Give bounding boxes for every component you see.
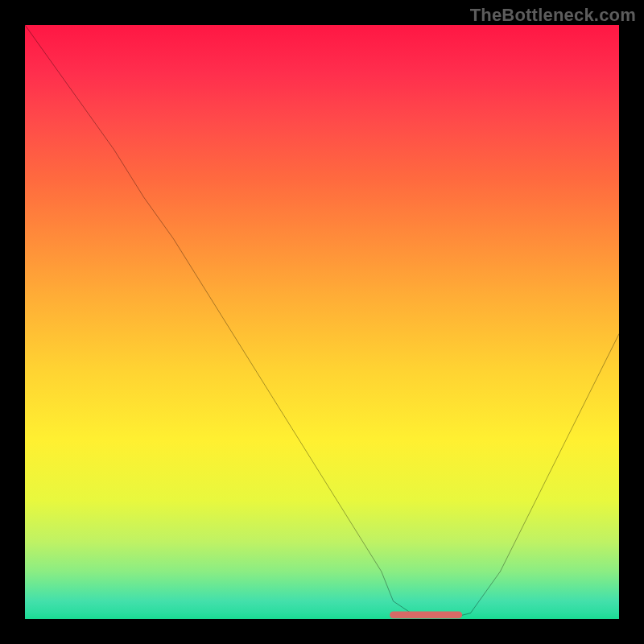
chart-frame: TheBottleneck.com xyxy=(0,0,644,644)
chart-svg xyxy=(25,25,619,619)
watermark-text: TheBottleneck.com xyxy=(470,5,636,26)
bottleneck-curve xyxy=(25,25,619,616)
